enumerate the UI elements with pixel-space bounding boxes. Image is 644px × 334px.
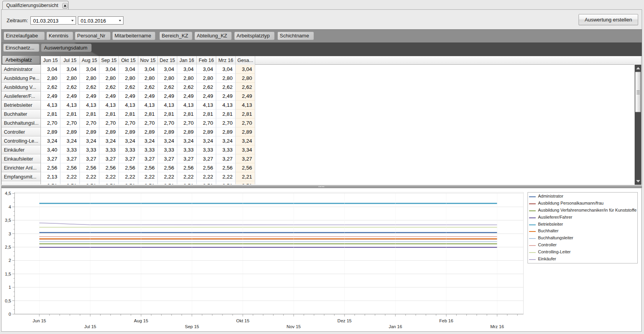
svg-text:3,5: 3,5	[5, 218, 11, 223]
svg-text:Jul 15: Jul 15	[84, 324, 96, 329]
svg-text:Feb 16: Feb 16	[439, 318, 453, 323]
svg-text:1,5: 1,5	[5, 272, 11, 276]
svg-text:1: 1	[9, 285, 11, 290]
svg-text:Sep 15: Sep 15	[185, 324, 199, 329]
svg-text:Jun 15: Jun 15	[33, 318, 46, 323]
svg-text:Okt 15: Okt 15	[236, 318, 249, 323]
svg-text:3: 3	[9, 232, 11, 236]
svg-text:4: 4	[9, 205, 11, 209]
svg-text:Jan 16: Jan 16	[389, 324, 402, 329]
svg-text:2,5: 2,5	[5, 245, 11, 249]
svg-text:0: 0	[9, 312, 11, 316]
svg-text:Mrz 16: Mrz 16	[490, 324, 504, 329]
svg-text:Nov 15: Nov 15	[287, 324, 301, 329]
svg-text:Dez 15: Dez 15	[337, 318, 351, 323]
svg-text:Aug 15: Aug 15	[134, 318, 148, 323]
svg-text:2: 2	[9, 258, 11, 263]
svg-text:4,5: 4,5	[5, 191, 11, 196]
svg-text:0,5: 0,5	[5, 299, 11, 303]
